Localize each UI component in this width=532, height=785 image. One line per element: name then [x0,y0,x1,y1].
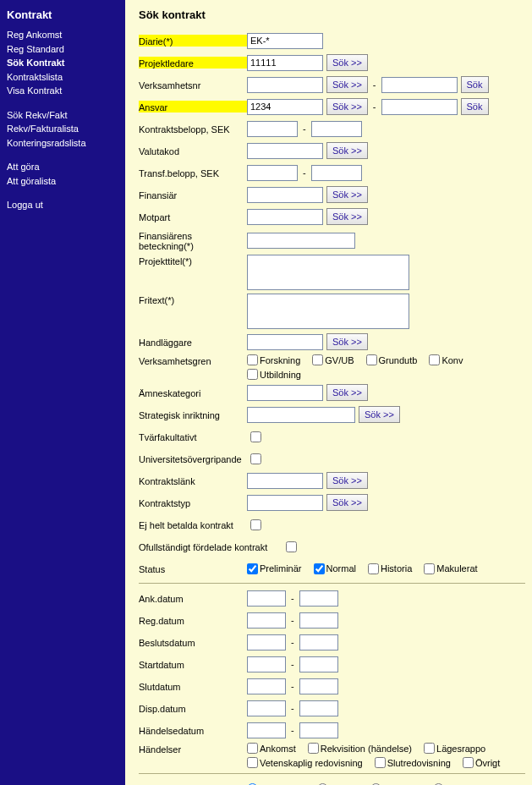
label-kontraktstyp: Kontraktstyp [139,497,247,508]
label-motpart: Motpart [139,211,247,222]
nav-konteringsradslista[interactable]: Konteringsradslista [7,136,118,151]
sok-valutakod[interactable]: Sök >> [326,142,368,159]
chk-utbildning[interactable] [247,369,258,380]
nav-reg-standard[interactable]: Reg Standard [7,42,118,57]
startdatum-from[interactable] [247,656,286,672]
sok-kontraktslank[interactable]: Sök >> [326,472,368,489]
beslutsdatum-to[interactable] [299,634,338,651]
ansvar-input-2[interactable] [381,99,458,115]
chk-gvub[interactable] [312,354,323,365]
nav-rekv-fakturalista[interactable]: Rekv/Fakturalista [7,122,118,136]
chk-makulerat[interactable] [424,563,435,574]
valutakod-input[interactable] [247,143,323,159]
sok-verksamhetsnr-2[interactable]: Sök [461,76,489,93]
label-diarie: Diarie(*) [139,35,247,47]
label-handelsedatum: Händelsedatum [139,724,247,736]
handelsedatum-from[interactable] [247,722,286,738]
sidebar-title: Kontrakt [7,8,118,21]
slutdatum-from[interactable] [247,678,286,694]
kontraktstyp-input[interactable] [247,495,323,511]
kontraktsbelopp-from[interactable] [247,121,298,137]
label-verksamhetsgren: Verksamhetsgren [139,354,247,366]
label-valutakod: Valutakod [139,145,247,156]
label-dispdatum: Disp.datum [139,702,247,714]
label-ejhelt: Ej helt betalda kontrakt [139,519,247,530]
chk-lagesrapport[interactable] [424,743,435,754]
startdatum-to[interactable] [299,656,338,672]
ankdatum-to[interactable] [299,590,338,607]
projektledare-input[interactable] [247,55,323,71]
nav-att-gora[interactable]: Att göra [7,160,118,174]
sok-amneskategori[interactable]: Sök >> [326,384,368,401]
sok-finansiar[interactable]: Sök >> [326,186,368,203]
sok-strategisk[interactable]: Sök >> [359,406,400,423]
chk-ejhelt[interactable] [250,519,261,530]
chk-ovrigt[interactable] [463,757,474,768]
label-kontraktsbelopp: Kontraktsbelopp, SEK [139,123,247,134]
chk-forskning[interactable] [247,354,258,365]
chk-historia[interactable] [368,563,379,574]
transfbelopp-from[interactable] [247,165,298,181]
nav-reg-ankomst[interactable]: Reg Ankomst [7,28,118,42]
nav-visa-kontrakt[interactable]: Visa Kontrakt [7,84,118,98]
label-projekttitel: Projekttitel(*) [139,255,247,266]
sok-kontraktstyp[interactable]: Sök >> [326,494,368,511]
chk-preliminar[interactable] [247,563,258,574]
label-universitetsovergripande: Universitetsövergripande [139,453,247,464]
chk-tvarfakultativt[interactable] [250,431,261,442]
nav-kontraktslista[interactable]: Kontraktslista [7,70,118,85]
finansiarensbet-input[interactable] [247,233,355,249]
label-handelser: Händelser [139,743,247,755]
handelsedatum-to[interactable] [299,722,338,738]
chk-vetenskaplig[interactable] [247,757,258,768]
beslutsdatum-from[interactable] [247,634,286,651]
chk-konv[interactable] [429,354,440,365]
verksamhetsnr-input-2[interactable] [381,77,458,93]
regdatum-to[interactable] [299,612,338,629]
ansvar-input[interactable] [247,99,323,115]
nav-logga-ut[interactable]: Logga ut [7,198,118,212]
divider-2 [139,773,525,774]
chk-ankomst[interactable] [247,743,258,754]
sidebar: Kontrakt Reg Ankomst Reg Standard Sök Ko… [0,0,125,785]
label-fritext: Fritext(*) [139,294,247,305]
chk-normal[interactable] [314,563,325,574]
amneskategori-input[interactable] [247,385,323,401]
chk-grundutb[interactable] [366,354,377,365]
diarie-input[interactable] [247,33,323,49]
ankdatum-from[interactable] [247,590,286,607]
chk-slutredovisning[interactable] [375,757,386,768]
kontraktsbelopp-to[interactable] [311,121,362,137]
sok-ansvar-2[interactable]: Sök [461,98,489,115]
label-finansiarensbet: Finansiärens beteckning(*) [139,229,247,251]
fritext-input[interactable] [247,294,409,329]
label-regdatum: Reg.datum [139,614,247,626]
nav-att-goralista[interactable]: Att göralista [7,174,118,189]
chk-ofullstandigt[interactable] [286,541,297,552]
sok-handlaggare[interactable]: Sök >> [326,333,368,350]
regdatum-from[interactable] [247,612,286,629]
kontraktslank-input[interactable] [247,473,323,489]
label-ankdatum: Ank.datum [139,592,247,604]
chk-rekvisition[interactable] [308,743,319,754]
finansiar-input[interactable] [247,187,323,203]
nav-sok-kontrakt[interactable]: Sök Kontrakt [7,56,118,70]
motpart-input[interactable] [247,209,323,225]
label-projektledare: Projektledare [139,57,247,69]
verksamhetsnr-input[interactable] [247,77,323,93]
label-finansiar: Finansiär [139,189,247,200]
handlaggare-input[interactable] [247,334,323,350]
sok-motpart[interactable]: Sök >> [326,208,368,225]
nav-sok-rekv[interactable]: Sök Rekv/Fakt [7,108,118,123]
transfbelopp-to[interactable] [311,165,362,181]
dispdatum-to[interactable] [299,700,338,716]
projekttitel-input[interactable] [247,255,409,290]
strategisk-input[interactable] [247,407,355,423]
sok-projektledare[interactable]: Sök >> [326,54,368,71]
sok-verksamhetsnr[interactable]: Sök >> [326,76,368,93]
chk-universitetsovergripande[interactable] [250,453,261,464]
sok-ansvar[interactable]: Sök >> [326,98,368,115]
slutdatum-to[interactable] [299,678,338,694]
label-status: Status [139,563,247,574]
dispdatum-from[interactable] [247,700,286,716]
